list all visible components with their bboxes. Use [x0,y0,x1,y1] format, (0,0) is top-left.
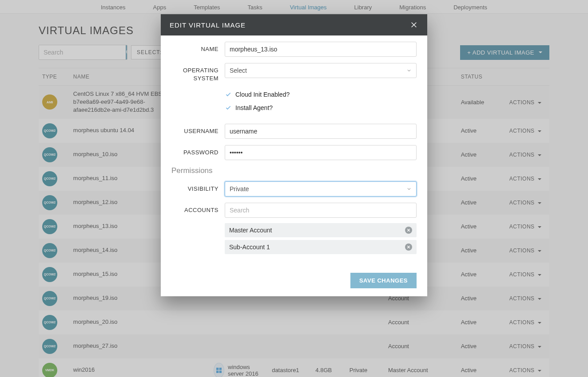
account-chip-label: Master Account [229,227,272,234]
edit-virtual-image-modal: EDIT VIRTUAL IMAGE NAME OPERATING SYSTEM… [161,14,427,296]
os-select[interactable]: Select [225,63,417,78]
chevron-down-icon [406,186,412,192]
accounts-label: ACCOUNTS [171,203,225,214]
name-label: NAME [171,42,225,53]
close-icon [407,228,410,232]
save-label: SAVE CHANGES [359,277,408,284]
save-changes-button[interactable]: SAVE CHANGES [350,273,417,288]
check-icon [225,104,232,111]
accounts-search-input[interactable] [225,203,417,218]
username-input[interactable] [225,124,417,139]
password-input[interactable] [225,145,417,160]
account-chip-label: Sub-Account 1 [229,243,270,251]
modal-footer: SAVE CHANGES [161,267,427,296]
install-agent-label: Install Agent? [235,104,273,111]
account-chip: Master Account [225,223,417,237]
name-input[interactable] [225,42,417,57]
os-label: OPERATING SYSTEM [171,63,225,82]
install-agent-checkbox[interactable]: Install Agent? [225,104,417,111]
modal-close-button[interactable] [409,20,418,29]
remove-chip-button[interactable] [405,227,412,234]
close-icon [410,21,417,28]
close-icon [407,245,410,249]
username-label: USERNAME [171,124,225,135]
visibility-label: VISIBILITY [171,181,225,193]
cloud-init-label: Cloud Init Enabled? [235,91,290,98]
visibility-select-value: Private [230,185,249,192]
modal-body: NAME OPERATING SYSTEM Select [161,35,427,267]
visibility-select[interactable]: Private [225,181,417,196]
remove-chip-button[interactable] [405,243,412,251]
check-icon [225,91,232,98]
password-label: PASSWORD [171,145,225,157]
modal-header: EDIT VIRTUAL IMAGE [161,14,427,35]
chevron-down-icon [406,68,412,73]
os-select-value: Select [230,67,247,74]
account-chip: Sub-Account 1 [225,240,417,254]
permissions-heading: Permissions [171,166,417,175]
cloud-init-checkbox[interactable]: Cloud Init Enabled? [225,91,417,98]
modal-title: EDIT VIRTUAL IMAGE [170,21,246,29]
